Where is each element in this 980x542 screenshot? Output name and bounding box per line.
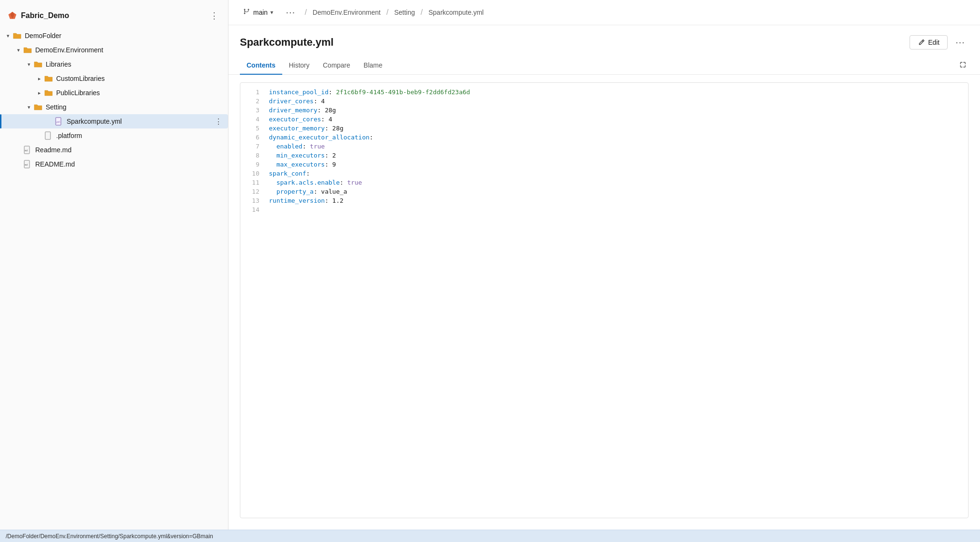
line-content: driver_cores: 4 (265, 97, 968, 106)
line-number: 6 (240, 133, 265, 142)
line-number: 11 (240, 178, 265, 187)
tree-item-libraries[interactable]: ▾Libraries (0, 57, 228, 71)
line-content: min_executors: 2 (265, 151, 968, 160)
folder-icon (23, 45, 32, 55)
sidebar-title-row: Fabric_Demo (8, 11, 69, 20)
tree-item-label: PublicLibraries (56, 89, 224, 97)
tree-item-label: .platform (56, 132, 224, 139)
file-icon (44, 131, 53, 140)
tree-item-readmemd[interactable]: mdReadme.md (0, 143, 228, 157)
chevron-down-icon: ▾ (25, 60, 33, 69)
tab-compare[interactable]: Compare (316, 57, 357, 75)
line-number: 2 (240, 97, 265, 106)
top-bar-more-button[interactable]: ⋯ (282, 5, 299, 20)
tab-contents[interactable]: Contents (240, 57, 282, 75)
code-line: 8 min_executors: 2 (240, 151, 968, 160)
fabric-logo-icon (8, 11, 17, 20)
line-content (265, 205, 968, 207)
tree-item-label: DemoEnv.Environment (35, 46, 224, 54)
tree-item-sparkcompute[interactable]: ymlSparkcompute.yml⋮ (0, 114, 228, 128)
line-number: 8 (240, 151, 265, 160)
code-line: 2driver_cores: 4 (240, 97, 968, 106)
tree-item-actions-button[interactable]: ⋮ (215, 117, 224, 126)
folder-icon (44, 74, 53, 83)
line-content: instance_pool_id: 2f1c6bf9-4145-491b-beb… (265, 88, 968, 97)
code-line: 12 property_a: value_a (240, 187, 968, 196)
breadcrumb-sep-2: / (386, 8, 388, 17)
svg-rect-4 (45, 132, 50, 139)
code-line: 14 (240, 205, 968, 214)
tree-item-label: README.md (35, 160, 224, 168)
edit-label: Edit (928, 39, 940, 46)
tree-item-publiclibraries[interactable]: ▸PublicLibraries (0, 86, 228, 100)
line-content: dynamic_executor_allocation: (265, 133, 968, 142)
breadcrumb-demoenv[interactable]: DemoEnv.Environment (313, 9, 381, 16)
branch-selector-button[interactable]: main ▾ (238, 6, 278, 19)
folder-icon (12, 31, 22, 40)
line-content: spark_conf: (265, 169, 968, 178)
status-bar: /DemoFolder/DemoEnv.Environment/Setting/… (0, 530, 980, 542)
tree-item-label: DemoFolder (25, 32, 224, 39)
status-path: /DemoFolder/DemoEnv.Environment/Setting/… (6, 533, 213, 540)
tree-item-readMEmd[interactable]: mdREADME.md (0, 157, 228, 171)
svg-point-9 (244, 9, 246, 10)
code-line: 4executor_cores: 4 (240, 115, 968, 124)
line-number: 7 (240, 142, 265, 151)
sidebar-more-button[interactable]: ⋮ (208, 10, 220, 22)
line-number: 12 (240, 187, 265, 196)
chevron-right-icon: ▸ (35, 89, 44, 97)
tab-history[interactable]: History (282, 57, 317, 75)
code-viewer: 1instance_pool_id: 2f1c6bf9-4145-491b-be… (240, 82, 969, 518)
breadcrumb-file[interactable]: Sparkcompute.yml (428, 9, 484, 16)
chevron-down-icon: ▾ (270, 9, 273, 16)
yml-file-icon: yml (54, 117, 64, 126)
line-content: max_executors: 9 (265, 160, 968, 169)
tree-item-platform[interactable]: .platform (0, 128, 228, 143)
main-content: main ▾ ⋯ / DemoEnv.Environment / Setting… (228, 0, 980, 530)
edit-icon (918, 39, 925, 46)
tabs-container: ContentsHistoryCompareBlame (240, 57, 389, 74)
code-line: 7 enabled: true (240, 142, 968, 151)
md-file-icon: md (23, 145, 32, 155)
line-content: property_a: value_a (265, 187, 968, 196)
svg-point-11 (248, 9, 249, 10)
expand-button[interactable] (957, 59, 969, 72)
line-number: 14 (240, 205, 265, 214)
line-content: driver_memory: 28g (265, 106, 968, 115)
tree-item-label: Libraries (46, 60, 224, 68)
tree-item-customlibraries[interactable]: ▸CustomLibraries (0, 71, 228, 86)
chevron-right-icon: ▸ (35, 74, 44, 83)
tree-item-demofolder[interactable]: ▾DemoFolder (0, 29, 228, 43)
tabs-row: ContentsHistoryCompareBlame (228, 57, 980, 75)
breadcrumb-sep-1: / (305, 8, 307, 17)
tree-item-setting[interactable]: ▾Setting (0, 100, 228, 114)
line-content: enabled: true (265, 142, 968, 151)
line-content: executor_cores: 4 (265, 115, 968, 124)
sidebar: Fabric_Demo ⋮ ▾DemoFolder▾DemoEnv.Enviro… (0, 0, 228, 530)
line-content: executor_memory: 28g (265, 124, 968, 133)
svg-point-10 (244, 13, 246, 14)
code-line: 6dynamic_executor_allocation: (240, 133, 968, 142)
tree-item-label: CustomLibraries (56, 75, 224, 82)
md-file-icon: md (23, 159, 32, 169)
svg-text:md: md (25, 163, 28, 166)
code-line: 3driver_memory: 28g (240, 106, 968, 115)
file-title: Sparkcompute.yml (240, 36, 910, 49)
folder-icon (33, 102, 43, 112)
code-line: 13runtime_version: 1.2 (240, 196, 968, 205)
tree-item-label: Setting (46, 103, 224, 111)
tab-blame[interactable]: Blame (357, 57, 389, 75)
code-line: 1instance_pool_id: 2f1c6bf9-4145-491b-be… (240, 88, 968, 97)
file-header: Sparkcompute.yml Edit ⋯ (228, 25, 980, 50)
file-header-more-button[interactable]: ⋯ (951, 35, 969, 50)
sidebar-app-title: Fabric_Demo (21, 11, 69, 20)
line-number: 9 (240, 160, 265, 169)
file-tree: ▾DemoFolder▾DemoEnv.Environment▾Librarie… (0, 29, 228, 171)
folder-icon (33, 59, 43, 69)
breadcrumb-setting[interactable]: Setting (394, 9, 415, 16)
chevron-down-icon: ▾ (4, 31, 12, 40)
code-content: 1instance_pool_id: 2f1c6bf9-4145-491b-be… (240, 83, 968, 219)
sidebar-header: Fabric_Demo ⋮ (0, 5, 228, 29)
edit-button[interactable]: Edit (910, 35, 948, 49)
tree-item-demoenv[interactable]: ▾DemoEnv.Environment (0, 43, 228, 57)
